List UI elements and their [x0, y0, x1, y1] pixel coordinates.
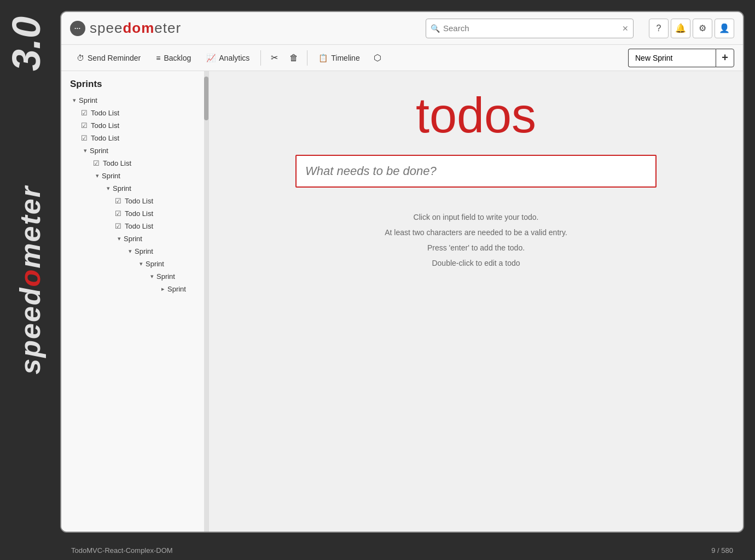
new-sprint-input[interactable] — [628, 49, 716, 67]
sidebar-title: Sprints — [61, 71, 208, 94]
send-reminder-button[interactable]: ⏱ Send Reminder — [70, 50, 147, 66]
tree-todo-1[interactable]: ☑ Todo List — [61, 107, 208, 119]
notifications-button[interactable]: 🔔 — [671, 19, 690, 38]
tree-sprint-1[interactable]: ▾ Sprint — [61, 94, 208, 107]
todo-list-icon: ☑ — [115, 197, 121, 205]
chevron-down-icon: ▾ — [104, 185, 113, 192]
main-content: todos Click on input field to write your… — [209, 71, 743, 532]
tree-todo-5[interactable]: ☑ Todo List — [61, 195, 208, 207]
todo-list-icon: ☑ — [115, 222, 121, 230]
list-icon: ≡ — [156, 54, 160, 62]
chevron-down-icon: ▾ — [70, 97, 79, 104]
search-icon: 🔍 — [431, 24, 440, 33]
chevron-down-icon: ▾ — [81, 147, 90, 154]
hint-1: Click on input field to write your todo. — [385, 209, 567, 225]
hint-2: At least two characters are needed to be… — [385, 225, 567, 240]
tree-sprint-4[interactable]: ▾ Sprint — [61, 182, 208, 195]
header-bar: speedometer 🔍 ✕ ? 🔔 ⚙ 👤 — [61, 12, 743, 45]
search-bar[interactable]: 🔍 ✕ — [426, 19, 634, 38]
send-reminder-label: Send Reminder — [88, 54, 141, 62]
search-input[interactable] — [443, 24, 622, 33]
tree-todo-2[interactable]: ☑ Todo List — [61, 119, 208, 132]
delete-button[interactable]: 🗑 — [285, 49, 303, 67]
tree-todo-4[interactable]: ☑ Todo List — [61, 157, 208, 170]
speedometer-text: speedometer — [14, 185, 47, 375]
page-number: 9 / 580 — [711, 546, 733, 555]
todo-hints: Click on input field to write your todo.… — [385, 209, 567, 271]
chart-icon: 📈 — [206, 54, 216, 62]
chevron-down-icon: ▾ — [115, 235, 124, 242]
new-sprint-area: + — [628, 49, 734, 67]
logo-area: speedometer — [70, 20, 181, 37]
main-window: speedometer 🔍 ✕ ? 🔔 ⚙ 👤 ⏱ Send Reminder … — [60, 11, 744, 533]
backlog-label: Backlog — [164, 54, 191, 62]
body-area: Sprints ▾ Sprint ☑ Todo List ☑ Todo List… — [61, 71, 743, 532]
chevron-right-icon: ▸ — [159, 285, 167, 293]
bottom-bar: TodoMVC-React-Complex-DOM 9 / 580 — [60, 541, 744, 560]
hint-3: Press 'enter' to add the todo. — [385, 240, 567, 255]
backlog-button[interactable]: ≡ Backlog — [149, 50, 198, 66]
sidebar-scrollbar[interactable] — [204, 71, 208, 532]
todo-list-icon: ☑ — [81, 134, 88, 142]
tree-sprint-7[interactable]: ▾ Sprint — [61, 258, 208, 270]
chevron-down-icon: ▾ — [148, 273, 156, 280]
filter-button[interactable]: ⬡ — [369, 49, 386, 67]
toolbar-divider — [260, 50, 261, 66]
user-button[interactable]: 👤 — [715, 19, 734, 38]
tree-sprint-5[interactable]: ▾ Sprint — [61, 232, 208, 245]
tree-sprint-3[interactable]: ▾ Sprint — [61, 170, 208, 182]
todo-input[interactable] — [297, 156, 655, 186]
chevron-down-icon: ▾ — [93, 172, 102, 179]
toolbar: ⏱ Send Reminder ≡ Backlog 📈 Analytics ✂ … — [61, 45, 743, 71]
todos-title: todos — [416, 88, 536, 144]
logo-text: speedometer — [90, 20, 181, 37]
add-sprint-button[interactable]: + — [716, 49, 734, 67]
tree-sprint-2[interactable]: ▾ Sprint — [61, 144, 208, 157]
logo-icon — [70, 21, 85, 36]
todo-input-wrapper — [295, 155, 657, 188]
search-clear-icon[interactable]: ✕ — [622, 24, 629, 33]
tree-todo-3[interactable]: ☑ Todo List — [61, 132, 208, 144]
todo-list-icon: ☑ — [81, 109, 88, 117]
help-button[interactable]: ? — [649, 19, 669, 38]
hint-4: Double-click to edit a todo — [385, 255, 567, 271]
sidebar: Sprints ▾ Sprint ☑ Todo List ☑ Todo List… — [61, 71, 209, 532]
clock-icon: ⏱ — [77, 54, 84, 62]
chevron-down-icon: ▾ — [137, 260, 146, 267]
todo-list-icon: ☑ — [115, 209, 121, 218]
timeline-label: Timeline — [331, 54, 359, 62]
todo-list-icon: ☑ — [93, 159, 100, 167]
tree-sprint-8[interactable]: ▾ Sprint — [61, 270, 208, 283]
timeline-icon: 📋 — [318, 54, 328, 62]
sidebar-scrollbar-thumb[interactable] — [204, 77, 208, 120]
header-icons: ? 🔔 ⚙ 👤 — [649, 19, 734, 38]
tree-sprint-9[interactable]: ▸ Sprint — [61, 283, 208, 295]
bottom-label: TodoMVC-React-Complex-DOM — [71, 546, 173, 555]
cut-button[interactable]: ✂ — [265, 49, 283, 67]
speedometer-side-label: speedometer — [0, 0, 60, 560]
todo-list-icon: ☑ — [81, 121, 88, 130]
analytics-label: Analytics — [219, 54, 249, 62]
timeline-button[interactable]: 📋 Timeline — [312, 50, 366, 66]
tree-todo-6[interactable]: ☑ Todo List — [61, 207, 208, 220]
toolbar-divider-2 — [307, 50, 307, 66]
tree-todo-7[interactable]: ☑ Todo List — [61, 220, 208, 232]
tree-sprint-6[interactable]: ▾ Sprint — [61, 245, 208, 258]
analytics-button[interactable]: 📈 Analytics — [200, 50, 256, 66]
chevron-down-icon: ▾ — [126, 248, 135, 255]
settings-button[interactable]: ⚙ — [693, 19, 712, 38]
